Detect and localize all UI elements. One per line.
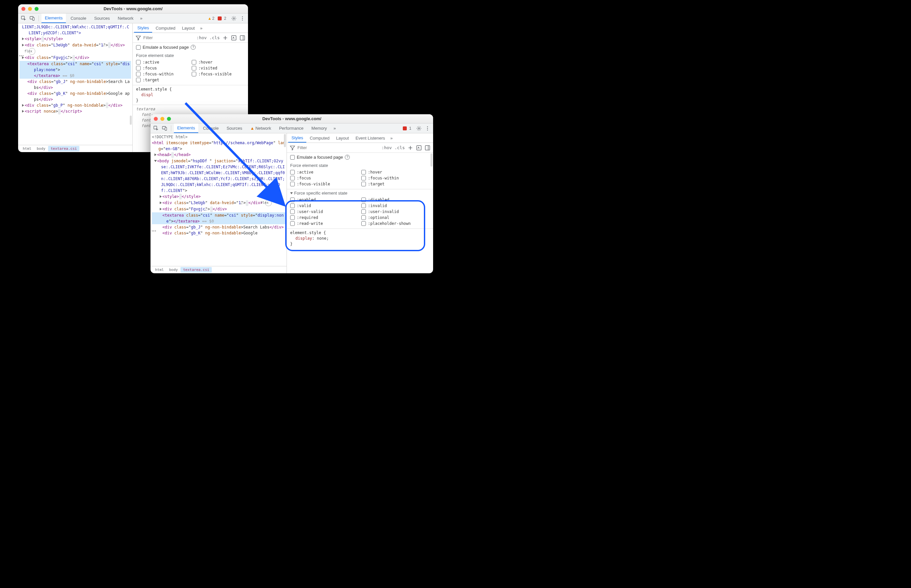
filter-input[interactable] [143,35,170,40]
close-icon[interactable] [154,117,158,121]
state-required[interactable]: :required [290,215,359,220]
computed-styles-icon[interactable] [231,35,237,41]
scrollbar[interactable] [130,116,132,125]
cls-toggle[interactable]: .cls [209,35,220,40]
state-disabled[interactable]: :disabled [361,197,430,202]
tab-performance[interactable]: Performance [276,123,307,133]
filter-input[interactable] [298,145,324,150]
zoom-icon[interactable] [35,7,39,11]
styles-tab-layout[interactable]: Layout [333,133,352,142]
styles-toolbar: :hov .cls [133,33,248,43]
settings-icon[interactable] [415,125,422,132]
toggle-sidebar-icon[interactable] [424,145,430,151]
styles-more-tabs-icon[interactable]: » [388,136,395,141]
state-user-invalid[interactable]: :user-invalid [361,209,430,214]
tab-elements[interactable]: Elements [42,13,66,23]
tab-console[interactable]: Console [200,123,222,133]
styles-tab-computed[interactable]: Computed [306,133,333,142]
breadcrumb[interactable]: html body textarea.csi [150,266,286,273]
flex-badge[interactable]: flex [265,200,272,206]
tab-sources[interactable]: Sources [91,13,113,23]
computed-styles-icon[interactable] [416,145,422,151]
styles-tab-styles[interactable]: Styles [288,133,306,142]
state-enabled[interactable]: :enabled [290,197,359,202]
selected-dom-node[interactable]: <textarea class="csi" name="csi" style="… [19,61,131,79]
hov-toggle[interactable]: :hov [196,35,207,40]
styles-tabbar: Styles Computed Layout » [133,23,248,33]
device-toggle-icon[interactable] [29,15,36,22]
tab-elements[interactable]: Elements [174,123,198,133]
toggle-sidebar-icon[interactable] [239,35,245,41]
state-focus-visible[interactable]: :focus-visible [192,72,245,76]
kebab-menu-icon[interactable] [424,125,431,132]
state-hover[interactable]: :hover [192,60,245,65]
state-optional[interactable]: :optional [361,215,430,220]
tab-memory[interactable]: Memory [308,123,330,133]
state-user-valid[interactable]: :user-valid [290,209,359,214]
state-valid[interactable]: :valid [290,204,359,208]
minimize-icon[interactable] [160,117,164,121]
styles-more-tabs-icon[interactable]: » [198,26,204,31]
selected-dom-node[interactable]: <textarea class="csi" name="csi" style="… [152,212,285,224]
state-focus-visible[interactable]: :focus-visible [290,182,359,186]
more-tabs-icon[interactable]: » [332,126,338,131]
errors-badge[interactable]: 1 [403,126,411,131]
filter-icon [135,35,141,41]
rule-element-style[interactable]: element.style { display: none; } [287,228,433,248]
errors-badge[interactable]: 2 [218,16,226,21]
state-target[interactable]: :target [361,182,430,186]
force-state-title: Force element state [133,52,248,59]
titlebar[interactable]: DevTools - www.google.com/ [18,4,248,13]
force-specific-state-header[interactable]: Force specific element state [287,189,433,197]
state-focus[interactable]: :focus [290,176,359,181]
state-read-write[interactable]: :read-write [290,221,359,226]
state-target[interactable]: :target [136,78,189,82]
device-toggle-icon[interactable] [161,125,168,132]
hov-toggle[interactable]: :hov [381,145,392,150]
tab-network[interactable]: ▲Network [247,123,275,133]
styles-tab-styles[interactable]: Styles [134,23,152,32]
minimize-icon[interactable] [28,7,32,11]
dom-tree[interactable]: LIENT;JL9QDc:.CLIENT;kWlxhc:.CLIENT;qGMT… [18,23,133,145]
scrollbar[interactable] [430,153,432,166]
force-state-grid: :active :hover :focus :visited :focus-wi… [133,59,248,85]
emulate-focused-checkbox[interactable] [136,45,141,50]
scrollbar[interactable] [284,134,286,147]
state-focus-within[interactable]: :focus-within [361,176,430,181]
more-tabs-icon[interactable]: » [138,16,144,21]
state-active[interactable]: :active [290,170,359,174]
state-invalid[interactable]: :invalid [361,204,430,208]
breadcrumb[interactable]: html body textarea.csi [18,145,133,152]
state-focus[interactable]: :focus [136,66,189,71]
kebab-menu-icon[interactable] [239,15,246,22]
new-style-rule-icon[interactable] [222,35,228,41]
settings-icon[interactable] [230,15,238,22]
flex-badge[interactable]: flex [29,48,35,55]
window-title: DevTools - www.google.com/ [150,116,433,121]
dom-tree[interactable]: <!DOCTYPE html> <html itemscope itemtype… [150,133,286,266]
styles-tab-layout[interactable]: Layout [178,23,198,32]
state-hover[interactable]: :hover [361,170,430,174]
state-focus-within[interactable]: :focus-within [136,72,189,76]
elements-panel: <!DOCTYPE html> <html itemscope itemtype… [150,133,287,273]
styles-tab-event-listeners[interactable]: Event Listeners [352,133,388,142]
inspect-icon[interactable] [20,15,28,22]
tab-console[interactable]: Console [67,13,90,23]
titlebar[interactable]: DevTools - www.google.com/ [150,114,433,123]
rule-element-style[interactable]: element.style { displ } [133,85,248,105]
tab-network[interactable]: Network [115,13,137,23]
close-icon[interactable] [21,7,25,11]
warnings-badge[interactable]: ▲2 [207,16,214,21]
zoom-icon[interactable] [167,117,171,121]
inspect-icon[interactable] [152,125,160,132]
new-style-rule-icon[interactable] [408,145,413,151]
styles-tab-computed[interactable]: Computed [152,23,178,32]
cls-toggle[interactable]: .cls [395,145,405,150]
help-icon[interactable]: ? [345,155,350,160]
emulate-focused-checkbox[interactable] [290,155,295,160]
state-active[interactable]: :active [136,60,189,65]
help-icon[interactable]: ? [191,45,196,50]
state-placeholder-shown[interactable]: :placeholder-shown [361,221,430,226]
state-visited[interactable]: :visited [192,66,245,71]
tab-sources[interactable]: Sources [223,123,246,133]
